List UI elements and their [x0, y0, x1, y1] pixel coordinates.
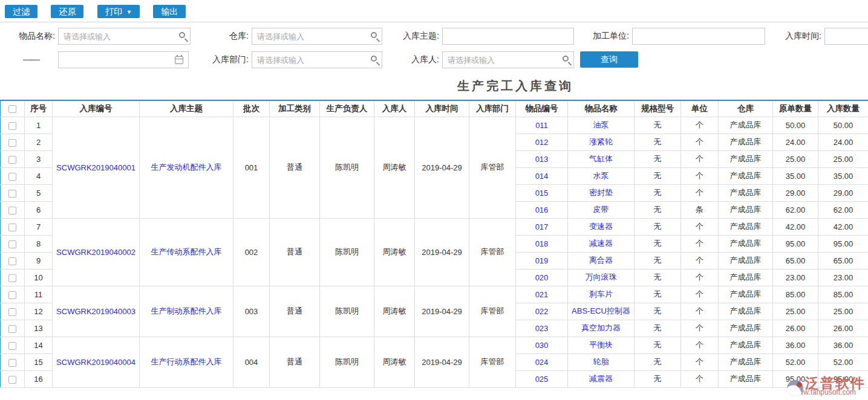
item-no-link[interactable]: 016: [535, 205, 549, 215]
subject-link[interactable]: 生产传动系配件入库: [151, 247, 222, 256]
column-header-16: 入库数量: [818, 100, 868, 117]
search-icon[interactable]: [371, 56, 377, 62]
print-button[interactable]: 打印▼: [97, 5, 140, 18]
row-checkbox[interactable]: [8, 325, 16, 333]
original-qty-cell: 85.00: [773, 286, 818, 303]
item-no-link[interactable]: 020: [535, 273, 549, 282]
entry-no-link[interactable]: SCWGRK2019040004: [56, 358, 135, 367]
filter-button[interactable]: 过滤: [5, 5, 38, 18]
spec-cell: 无: [635, 218, 681, 235]
warehouse-cell: 产成品库: [719, 269, 773, 286]
item-name-input[interactable]: [58, 28, 191, 45]
entry-no-link-cell: SCWGRK2019040004: [53, 337, 140, 387]
row-checkbox[interactable]: [8, 173, 16, 181]
row-checkbox[interactable]: [8, 190, 16, 198]
row-checkbox[interactable]: [8, 207, 16, 215]
row-number-cell: 7: [25, 218, 53, 235]
inbound-qty-cell: 50.00: [818, 117, 868, 134]
warehouse-cell: 产成品库: [719, 167, 773, 184]
item-name-link[interactable]: 油泵: [593, 120, 609, 129]
item-no-link[interactable]: 012: [535, 138, 549, 147]
spec-cell: 无: [635, 184, 681, 201]
entry-no-link[interactable]: SCWGRK2019040001: [56, 163, 135, 172]
item-name-link[interactable]: 水泵: [593, 171, 609, 180]
warehouse-input[interactable]: [252, 28, 382, 45]
row-checkbox[interactable]: [8, 359, 16, 367]
inbound-qty-cell: 52.00: [818, 353, 868, 370]
item-name-link[interactable]: 减速器: [589, 239, 613, 248]
query-button[interactable]: 查询: [580, 51, 638, 68]
warehouse-cell: 产成品库: [719, 286, 773, 303]
row-checkbox[interactable]: [8, 224, 16, 231]
item-no-link[interactable]: 019: [535, 256, 549, 265]
item-name-link-cell: 涨紧轮: [568, 134, 635, 150]
subject-link[interactable]: 生产行动系配件入库: [151, 357, 222, 366]
inbound-qty-cell: 95.00: [818, 235, 868, 252]
item-no-link[interactable]: 024: [535, 358, 549, 367]
column-header-6: 生产负责人: [320, 100, 374, 117]
item-name-link[interactable]: 变速器: [589, 222, 613, 231]
item-no-link[interactable]: 015: [535, 189, 549, 198]
item-no-link[interactable]: 030: [535, 341, 549, 350]
search-icon[interactable]: [179, 32, 185, 38]
export-button[interactable]: 输出: [153, 5, 186, 18]
inbound-qty-cell: 23.00: [818, 269, 868, 286]
item-no-link[interactable]: 014: [535, 172, 549, 181]
item-no-link[interactable]: 017: [535, 222, 549, 231]
row-checkbox[interactable]: [8, 240, 16, 248]
row-checkbox[interactable]: [8, 342, 16, 350]
subject-link[interactable]: 生产发动机配件入库: [151, 163, 222, 172]
entry-no-link[interactable]: SCWGRK2019040002: [56, 248, 135, 257]
item-name-link[interactable]: 轮胎: [593, 357, 609, 366]
item-name-link[interactable]: 离合器: [589, 256, 613, 265]
batch-cell: 004: [233, 337, 270, 387]
item-no-link[interactable]: 021: [535, 290, 549, 299]
item-name-link[interactable]: 平衡块: [589, 340, 613, 349]
row-checkbox[interactable]: [8, 308, 16, 316]
row-checkbox[interactable]: [8, 274, 16, 282]
item-name-link[interactable]: 刹车片: [589, 289, 613, 298]
inbound-person-input[interactable]: [442, 51, 574, 68]
row-checkbox[interactable]: [8, 156, 16, 164]
unit-cell: 个: [681, 235, 719, 252]
item-name-link[interactable]: 万向滚珠: [586, 273, 617, 282]
inbound-time-input[interactable]: [824, 28, 868, 45]
inbound-department-input[interactable]: [252, 51, 382, 68]
date-end-input[interactable]: [58, 51, 189, 68]
original-qty-cell: 23.00: [773, 269, 818, 286]
entry-no-link[interactable]: SCWGRK2019040003: [56, 307, 135, 316]
row-checkbox[interactable]: [8, 376, 16, 384]
item-no-link[interactable]: 013: [535, 155, 549, 164]
item-no-link[interactable]: 018: [535, 239, 549, 248]
item-name-link[interactable]: 真空加力器: [581, 323, 621, 332]
inbound-subject-input[interactable]: [442, 28, 574, 45]
item-no-link[interactable]: 023: [535, 324, 549, 333]
item-name-link[interactable]: 皮带: [593, 205, 609, 214]
item-no-link[interactable]: 011: [535, 121, 548, 130]
processing-unit-input[interactable]: [632, 28, 765, 45]
inbound-qty-cell: 35.00: [818, 167, 868, 184]
subject-link-cell: 生产行动系配件入库: [140, 337, 233, 387]
item-name-link-cell: 离合器: [568, 252, 635, 269]
item-name-link[interactable]: 减震器: [589, 374, 613, 383]
row-checkbox[interactable]: [8, 257, 16, 265]
item-name-link[interactable]: 涨紧轮: [589, 137, 613, 146]
item-no-link[interactable]: 025: [535, 375, 549, 384]
search-icon[interactable]: [563, 56, 569, 62]
item-no-link[interactable]: 022: [535, 307, 549, 316]
table-row: 14SCWGRK2019040004生产行动系配件入库004普通陈凯明周涛敏20…: [1, 337, 868, 353]
subject-link[interactable]: 生产制动系配件入库: [151, 306, 222, 315]
row-number-cell: 3: [25, 150, 53, 167]
row-checkbox[interactable]: [8, 122, 16, 130]
row-checkbox[interactable]: [8, 139, 16, 147]
search-icon[interactable]: [371, 32, 377, 38]
select-all-checkbox[interactable]: [8, 105, 16, 113]
row-checkbox-cell: [1, 184, 25, 201]
restore-button[interactable]: 还原: [51, 5, 83, 18]
item-name-link[interactable]: ABS-ECU控制器: [572, 306, 630, 315]
item-name-link[interactable]: 气缸体: [589, 154, 613, 163]
row-checkbox[interactable]: [8, 291, 16, 299]
unit-cell: 个: [681, 353, 719, 370]
calendar-icon[interactable]: [175, 56, 183, 64]
item-name-link[interactable]: 密封垫: [589, 188, 613, 197]
